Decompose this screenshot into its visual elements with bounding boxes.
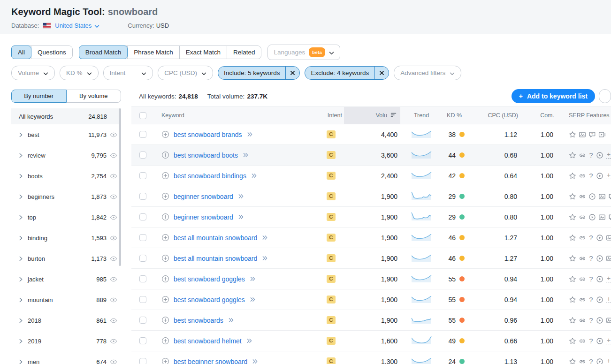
chevron-right-icon[interactable] [19,256,23,261]
eye-icon[interactable] [110,297,117,303]
match-tab-questions[interactable]: Questions [31,46,72,59]
video-icon[interactable] [588,213,596,221]
more-icon[interactable]: + [606,172,611,179]
add-keyword-icon[interactable] [161,151,169,159]
chevron-right-icon[interactable] [19,235,23,241]
image-icon[interactable] [606,255,611,262]
sidebar-group-best[interactable]: best11,973 [11,124,121,145]
expand-keyword-icon[interactable] [250,276,256,281]
select-all-checkbox[interactable] [139,112,146,119]
match-tab-all[interactable]: All [11,46,31,59]
add-keyword-icon[interactable] [161,192,169,200]
video-icon[interactable] [596,358,603,364]
sidebar-group-2019[interactable]: 2019778 [11,331,121,351]
eye-icon[interactable] [110,235,117,241]
add-keyword-icon[interactable] [161,254,169,262]
question-icon[interactable]: ? [588,151,594,159]
chevron-right-icon[interactable] [19,359,23,364]
question-icon[interactable]: ? [588,234,594,242]
column-com[interactable]: Com. [520,107,558,124]
keyword-link[interactable]: best all mountain snowboard [174,255,257,262]
expand-keyword-icon[interactable] [250,297,256,302]
sidebar-group-burton[interactable]: burton1,173 [11,248,121,269]
keyword-list-menu-button[interactable] [599,89,611,103]
question-icon[interactable]: ? [588,296,594,303]
sitelinks-icon[interactable] [579,193,586,200]
add-keyword-icon[interactable] [161,337,169,345]
column-trend[interactable]: Trend [400,107,443,124]
eye-icon[interactable] [110,256,117,261]
sitelinks-icon[interactable] [579,275,586,283]
sidebar-group-men[interactable]: men674 [11,351,121,364]
filter-chip-include[interactable]: Include: 5 keywords [218,66,300,80]
intent-badge[interactable]: C [327,254,335,262]
question-icon[interactable]: ? [588,254,594,262]
column-intent[interactable]: Intent [318,107,344,124]
star-icon[interactable] [569,172,576,180]
row-checkbox[interactable] [139,193,146,200]
intent-badge[interactable]: C [327,192,335,200]
sidebar-group-boots[interactable]: boots2,754 [11,166,121,186]
video-icon[interactable] [588,193,596,200]
sidebar-group-binding[interactable]: binding1,593 [11,228,121,248]
row-checkbox[interactable] [139,358,146,364]
chat-question-icon[interactable]: ? [608,213,611,221]
add-keyword-icon[interactable] [161,234,169,242]
chevron-right-icon[interactable] [19,132,23,137]
video-icon[interactable] [596,234,603,242]
add-to-keyword-list-button[interactable]: + Add to keyword list [512,89,595,103]
eye-icon[interactable] [110,277,117,282]
expand-keyword-icon[interactable] [262,256,268,261]
intent-badge[interactable]: C [327,151,335,159]
sitelinks-icon[interactable] [579,296,586,303]
chevron-right-icon[interactable] [19,153,23,158]
match-tab-related[interactable]: Related [227,46,261,59]
sitelinks-icon[interactable] [579,172,586,180]
sidebar-group-2018[interactable]: 2018861 [11,310,121,331]
question-icon[interactable]: ? [588,275,594,283]
match-tab-broad-match[interactable]: Broad Match [79,46,128,59]
star-icon[interactable] [569,317,576,324]
row-checkbox[interactable] [139,172,146,179]
chevron-right-icon[interactable] [19,215,23,220]
star-icon[interactable] [569,255,576,262]
star-icon[interactable] [569,275,576,283]
eye-icon[interactable] [110,174,117,179]
sitelinks-icon[interactable] [579,152,586,159]
row-checkbox[interactable] [139,213,146,220]
add-keyword-icon[interactable] [161,130,169,138]
expand-keyword-icon[interactable] [251,173,257,178]
expand-keyword-icon[interactable] [246,338,252,343]
sidebar-group-mountain[interactable]: mountain889 [11,289,121,310]
eye-icon[interactable] [110,359,117,364]
video-icon[interactable] [596,337,603,345]
column-keyword[interactable]: Keyword [154,107,318,124]
column-serp-features[interactable]: SERP Features [558,107,611,124]
keyword-link[interactable]: best all mountain snowboard [174,234,257,242]
sidebar-group-review[interactable]: review9,795 [11,145,121,166]
keyword-link[interactable]: best snowboard boots [174,152,238,159]
keyword-link[interactable]: best beginner snowboard [174,358,247,364]
image-icon[interactable] [606,317,611,324]
star-icon[interactable] [569,152,576,159]
sidebar-group-beginners[interactable]: beginners1,873 [11,186,121,207]
row-checkbox[interactable] [139,275,146,282]
video-icon[interactable] [596,172,603,180]
star-icon[interactable] [569,234,576,242]
row-checkbox[interactable] [139,296,146,303]
question-icon[interactable]: ? [588,316,594,324]
match-tab-exact-match[interactable]: Exact Match [179,46,227,59]
add-keyword-icon[interactable] [161,213,169,221]
eye-icon[interactable] [110,153,117,158]
keyword-link[interactable]: best snowboard goggles [174,296,245,303]
filter-dropdown-volume[interactable]: Volume [11,66,55,80]
column-kd[interactable]: KD % [443,107,468,124]
keyword-link[interactable]: best snowboards [174,317,223,324]
row-checkbox[interactable] [139,337,146,344]
match-tab-phrase-match[interactable]: Phrase Match [127,46,179,59]
expand-keyword-icon[interactable] [247,132,253,137]
expand-keyword-icon[interactable] [238,214,244,220]
keyword-link[interactable]: beginner snowboard [174,213,233,221]
intent-badge[interactable]: C [327,316,335,324]
keyword-link[interactable]: best snowboard goggles [174,275,245,283]
